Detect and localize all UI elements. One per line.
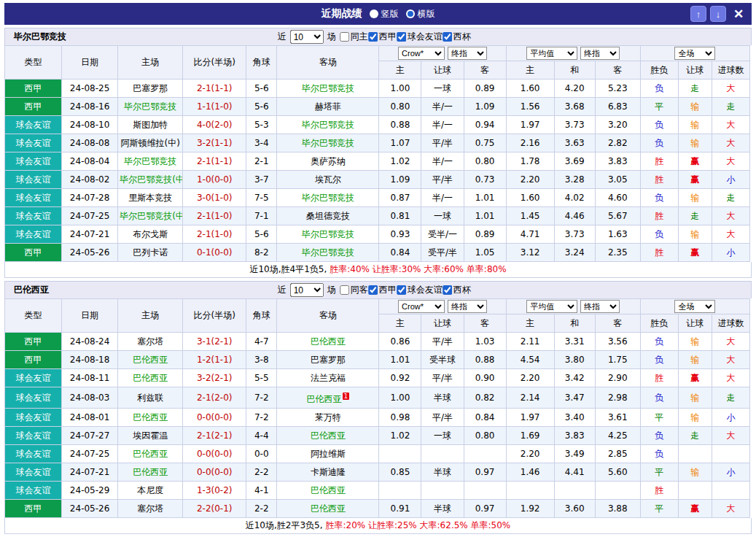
cell-home-team: 巴列卡诺 <box>118 244 183 262</box>
checkbox-label: 西杯 <box>453 31 471 43</box>
cell-ah-home-odds: 0.92 <box>379 369 421 387</box>
cell-eu-away-odds: 3.05 <box>595 171 640 189</box>
close-button[interactable]: ✕ <box>730 5 747 23</box>
cell-score: 1-3(0-2) <box>183 482 246 500</box>
cell-corner: 8-2 <box>246 244 277 262</box>
cell-away-team: 赫塔菲 <box>277 98 379 116</box>
final-index-select-asian[interactable]: 终指 <box>448 300 487 313</box>
cell-goal-result: 大 <box>712 351 749 369</box>
cell-ah-away-odds: 0.80 <box>464 152 506 171</box>
cell-corner: 4-7 <box>246 333 277 351</box>
match-count-select[interactable]: 10 <box>290 283 324 297</box>
filter-checkbox[interactable]: 西甲 <box>368 31 397 43</box>
cell-ah-result: 输 <box>678 387 712 409</box>
cell-ah-result <box>678 445 712 463</box>
final-index-select-euro[interactable]: 终指 <box>580 300 620 313</box>
filter-checkbox[interactable]: 球会友谊 <box>397 31 443 43</box>
summary-record: 近10场,胜4平1负5, <box>249 264 327 274</box>
match-row: 西甲24-08-25巴塞罗那2-1(1-1)5-6毕尔巴鄂竞技1.00一球0.8… <box>5 80 750 98</box>
cell-ah-away-odds: 1.01 <box>464 207 506 225</box>
match-row: 球会友谊24-08-10斯图加特4-0(2-0)5-3毕尔巴鄂竞技0.88半/一… <box>5 116 750 134</box>
checkbox-input[interactable] <box>368 285 378 295</box>
filter-checkbox[interactable]: 球会友谊 <box>397 284 443 296</box>
final-index-select-euro[interactable]: 终指 <box>580 47 620 60</box>
final-index-select-asian[interactable]: 终指 <box>448 47 487 60</box>
cell-ah-line: 一球 <box>421 427 464 445</box>
col-header-ah-line: 让球 <box>421 314 464 333</box>
cell-ah-home-odds: 0.98 <box>379 409 421 427</box>
cell-ah-away-odds: 0.89 <box>464 225 506 244</box>
cell-goal-result: 大 <box>712 207 749 225</box>
cell-result: 胜 <box>640 369 678 387</box>
checkbox-input[interactable] <box>397 32 406 42</box>
checkbox-input[interactable] <box>397 285 406 295</box>
cell-ah-result: 输 <box>678 189 712 207</box>
cell-ah-line: 半/一 <box>421 116 464 134</box>
filter-checkbox[interactable]: 同主 <box>340 31 368 43</box>
layout-radio-vertical[interactable]: 竖版 <box>370 8 399 20</box>
match-row: 球会友谊24-07-27埃因霍温2-1(2-1)4-4巴伦西亚1.02一球0.8… <box>5 427 750 445</box>
bookmaker-select[interactable]: Crow* <box>398 300 445 313</box>
cell-type: 球会友谊 <box>5 207 62 225</box>
cell-date: 24-08-01 <box>62 409 118 427</box>
col-header-score: 比分(半场) <box>183 46 246 80</box>
average-select[interactable]: 平均值 <box>526 300 577 313</box>
cell-result: 负 <box>640 134 678 152</box>
scroll-down-button[interactable]: ↓ <box>710 6 726 22</box>
scroll-up-button[interactable]: ↑ <box>690 6 706 22</box>
cell-eu-draw-odds: 4.02 <box>554 189 595 207</box>
checkbox-input[interactable] <box>443 285 452 295</box>
checkbox-input[interactable] <box>443 32 452 42</box>
cell-eu-draw-odds: 3.42 <box>554 369 595 387</box>
cell-ah-home-odds <box>379 482 421 500</box>
cell-ah-away-odds: 0.80 <box>464 427 506 445</box>
cell-eu-away-odds: 1.75 <box>595 351 640 369</box>
match-count-select[interactable]: 10 <box>290 30 324 44</box>
cell-ah-home-odds: 0.91 <box>379 500 421 518</box>
cell-ah-line: 受半球 <box>421 351 464 369</box>
checkbox-input[interactable] <box>340 32 349 42</box>
average-select[interactable]: 平均值 <box>526 47 577 60</box>
cell-ah-result: 走 <box>678 207 712 225</box>
cell-type: 球会友谊 <box>5 445 62 463</box>
filter-checkbox[interactable]: 同客 <box>340 284 368 296</box>
radio-icon <box>370 9 378 18</box>
cell-corner: 7-1 <box>246 207 277 225</box>
cell-type: 球会友谊 <box>5 387 62 409</box>
checkbox-input[interactable] <box>340 285 349 295</box>
bookmaker-select[interactable]: Crow* <box>398 47 445 60</box>
col-header-ah-line: 让球 <box>421 61 464 80</box>
cell-ah-line: 受平/半 <box>421 244 464 262</box>
col-header-eu-home: 主 <box>506 61 554 80</box>
asian-odds-select-group: Crow* 终指 <box>379 299 506 314</box>
cell-ah-line: 半球 <box>421 463 464 482</box>
cell-result: 负 <box>640 427 678 445</box>
match-row: 球会友谊24-08-11巴伦西亚3-2(2-1)5-5法兰克福0.92平/半0.… <box>5 369 750 387</box>
col-header-away: 客场 <box>277 46 379 80</box>
checkbox-input[interactable] <box>368 32 378 42</box>
checkbox-label: 球会友谊 <box>408 284 443 296</box>
cell-date: 24-07-25 <box>62 445 118 463</box>
cell-away-team: 阿拉维斯 <box>277 445 379 463</box>
filter-checkbox[interactable]: 西杯 <box>443 284 471 296</box>
cell-date: 24-07-21 <box>62 225 118 244</box>
cell-home-team: 斯图加特 <box>118 116 183 134</box>
cell-eu-draw-odds: 3.47 <box>554 387 595 409</box>
filter-checkbox[interactable]: 西甲 <box>368 284 397 296</box>
asian-odds-select-group: Crow* 终指 <box>379 46 506 61</box>
cell-ah-result: 输 <box>678 463 712 482</box>
cell-ah-line: 受半/一 <box>421 225 464 244</box>
cell-home-team: 埃因霍温 <box>118 427 183 445</box>
layout-radio-horizontal[interactable]: 横版 <box>406 8 435 20</box>
cell-ah-home-odds: 1.00 <box>379 80 421 98</box>
cell-score: 0-0(0-0) <box>183 445 246 463</box>
cell-home-team: 巴伦西亚 <box>118 369 183 387</box>
filter-checkbox[interactable]: 西杯 <box>443 31 471 43</box>
scope-select[interactable]: 全场 <box>674 300 715 313</box>
cell-score: 2-1(2-0) <box>183 387 246 409</box>
cell-type: 球会友谊 <box>5 482 62 500</box>
scope-select[interactable]: 全场 <box>674 47 715 60</box>
cell-score: 2-1(2-1) <box>183 427 246 445</box>
cell-eu-away-odds: 4.25 <box>595 427 640 445</box>
cell-ah-result <box>678 482 712 500</box>
